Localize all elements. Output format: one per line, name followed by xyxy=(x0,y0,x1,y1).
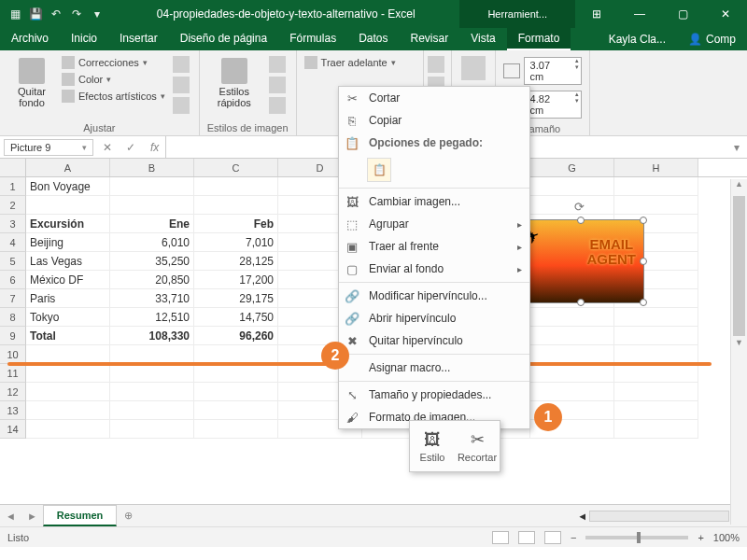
menu-cortar[interactable]: ✂Cortar xyxy=(339,87,529,109)
selected-image[interactable]: ✈ EMAILAGENT ⟳ xyxy=(517,219,644,303)
tab-diseno[interactable]: Diseño de página xyxy=(169,28,278,50)
select-all-corner[interactable] xyxy=(0,159,26,176)
tab-archivo[interactable]: Archivo xyxy=(0,28,60,50)
scroll-up-icon[interactable]: ▲ xyxy=(731,179,747,194)
sheet-tab-resumen[interactable]: Resumen xyxy=(43,505,118,526)
data-row[interactable]: Las Vegas xyxy=(26,252,110,271)
reset-picture-icon[interactable] xyxy=(173,97,190,114)
menu-quitar-hipervinculo[interactable]: ✖Quitar hipervínculo xyxy=(339,329,529,352)
traer-adelante-button[interactable]: Traer adelante ▾ xyxy=(304,54,416,71)
zoom-level[interactable]: 100% xyxy=(713,532,740,543)
resize-handle[interactable] xyxy=(577,299,585,306)
resize-handle[interactable] xyxy=(640,258,647,265)
header-ene[interactable]: Ene xyxy=(110,215,194,233)
col-A[interactable]: A xyxy=(26,159,110,176)
compress-icon[interactable] xyxy=(173,56,190,73)
qat-dropdown-icon[interactable]: ▾ xyxy=(90,7,105,21)
vertical-scrollbar[interactable]: ▲ ▼ xyxy=(730,179,747,525)
cancel-formula-icon[interactable]: ✕ xyxy=(97,141,118,154)
hscroll-track[interactable] xyxy=(589,511,729,522)
menu-tamano-propiedades[interactable]: ⤡Tamaño y propiedades... xyxy=(339,384,529,406)
menu-asignar-macro[interactable]: Asignar macro... xyxy=(339,357,529,379)
view-pagebreak-icon[interactable] xyxy=(544,531,561,544)
scroll-down-icon[interactable]: ▼ xyxy=(731,338,747,353)
paste-option[interactable]: 📋 xyxy=(339,154,529,186)
menu-traer-frente[interactable]: ▣Traer al frente▸ xyxy=(339,235,529,258)
col-H[interactable]: H xyxy=(614,159,698,176)
data-row[interactable]: México DF xyxy=(26,271,110,289)
view-normal-icon[interactable] xyxy=(492,531,509,544)
menu-modificar-hipervinculo[interactable]: 🔗Modificar hipervínculo... xyxy=(339,285,529,307)
name-box-dropdown-icon[interactable]: ▾ xyxy=(82,143,87,152)
status-bar: Listo − + 100% xyxy=(0,526,747,547)
crop-mini-icon: ✂ xyxy=(471,429,485,450)
save-icon[interactable]: 💾 xyxy=(28,7,43,21)
change-picture-icon[interactable] xyxy=(173,77,190,93)
zoom-slider[interactable] xyxy=(585,536,688,539)
tab-formato[interactable]: Formato xyxy=(507,28,571,50)
sheet-nav-prev-icon[interactable]: ◄ xyxy=(0,511,21,522)
quitar-fondo-button[interactable]: Quitar fondo xyxy=(7,54,56,116)
status-text: Listo xyxy=(7,532,29,543)
col-C[interactable]: C xyxy=(194,159,278,176)
ribbon-options-icon[interactable]: ⊞ xyxy=(575,0,618,28)
resize-handle[interactable] xyxy=(640,217,647,224)
share-button[interactable]: 👤 Comp xyxy=(677,28,747,50)
maximize-button[interactable]: ▢ xyxy=(661,0,704,28)
picture-effects-icon[interactable] xyxy=(269,77,286,93)
menu-copiar[interactable]: ⎘Copiar xyxy=(339,109,529,132)
name-box[interactable]: Picture 9 ▾ xyxy=(4,139,93,156)
col-B[interactable]: B xyxy=(110,159,194,176)
rotate-handle-icon[interactable]: ⟳ xyxy=(574,200,585,214)
menu-cambiar-imagen[interactable]: 🖼Cambiar imagen... xyxy=(339,190,529,213)
minimize-button[interactable]: — xyxy=(618,0,661,28)
tab-formulas[interactable]: Fórmulas xyxy=(278,28,347,50)
data-row[interactable]: Paris xyxy=(26,289,110,308)
data-row[interactable]: Beijing xyxy=(26,233,110,252)
header-feb[interactable]: Feb xyxy=(194,215,278,233)
estilos-rapidos-button[interactable]: Estilos rápidos xyxy=(207,54,261,116)
menu-agrupar[interactable]: ⬚Agrupar▸ xyxy=(339,213,529,235)
tab-inicio[interactable]: Inicio xyxy=(60,28,108,50)
new-sheet-button[interactable]: ⊕ xyxy=(117,510,139,522)
tab-revisar[interactable]: Revisar xyxy=(400,28,460,50)
crop-icon[interactable] xyxy=(461,56,486,80)
sheet-nav-next-icon[interactable]: ► xyxy=(21,511,43,522)
formula-bar-expand-icon[interactable]: ▾ xyxy=(726,141,747,154)
picture-layout-icon[interactable] xyxy=(269,97,286,114)
height-input[interactable]: 3.07 cm xyxy=(524,57,582,85)
resize-handle[interactable] xyxy=(640,299,647,306)
picture-border-icon[interactable] xyxy=(269,56,286,73)
color-button[interactable]: Color ▾ xyxy=(62,71,165,88)
title-cell[interactable]: Bon Voyage Excursiones xyxy=(26,177,110,196)
mini-recortar-button[interactable]: ✂Recortar xyxy=(455,421,500,471)
hscroll-left-icon[interactable]: ◄ xyxy=(577,511,587,522)
insert-function-icon[interactable]: fx xyxy=(145,141,165,154)
zoom-in-icon[interactable]: + xyxy=(698,532,703,543)
scroll-thumb[interactable] xyxy=(733,196,745,336)
tab-vista[interactable]: Vista xyxy=(459,28,506,50)
align-icon[interactable] xyxy=(428,56,444,73)
correcciones-button[interactable]: Correcciones ▾ xyxy=(62,54,165,71)
undo-icon[interactable]: ↶ xyxy=(49,7,63,21)
zoom-out-icon[interactable]: − xyxy=(571,532,576,543)
mini-estilo-button[interactable]: 🖼Estilo xyxy=(410,421,455,471)
efectos-button[interactable]: Efectos artísticos ▾ xyxy=(62,88,165,105)
menu-enviar-fondo[interactable]: ▢Enviar al fondo▸ xyxy=(339,258,529,280)
menu-abrir-hipervinculo[interactable]: 🔗Abrir hipervínculo xyxy=(339,307,529,329)
view-layout-icon[interactable] xyxy=(518,531,535,544)
data-row[interactable]: Tokyo xyxy=(26,308,110,327)
contextual-tab-label: Herramient... xyxy=(459,0,575,28)
header-excursion[interactable]: Excursión xyxy=(26,215,110,233)
confirm-formula-icon[interactable]: ✓ xyxy=(120,141,141,154)
horizontal-scrollbar[interactable]: ◄ ► xyxy=(577,511,747,522)
redo-icon[interactable]: ↷ xyxy=(69,7,84,21)
col-G[interactable]: G xyxy=(530,159,614,176)
tab-insertar[interactable]: Insertar xyxy=(108,28,169,50)
total-label[interactable]: Total xyxy=(26,327,110,345)
width-input[interactable]: 4.82 cm xyxy=(524,91,582,119)
close-button[interactable]: ✕ xyxy=(704,0,747,28)
resize-handle[interactable] xyxy=(577,217,585,224)
account-user[interactable]: Kayla Cla... xyxy=(598,28,677,50)
tab-datos[interactable]: Datos xyxy=(347,28,399,50)
